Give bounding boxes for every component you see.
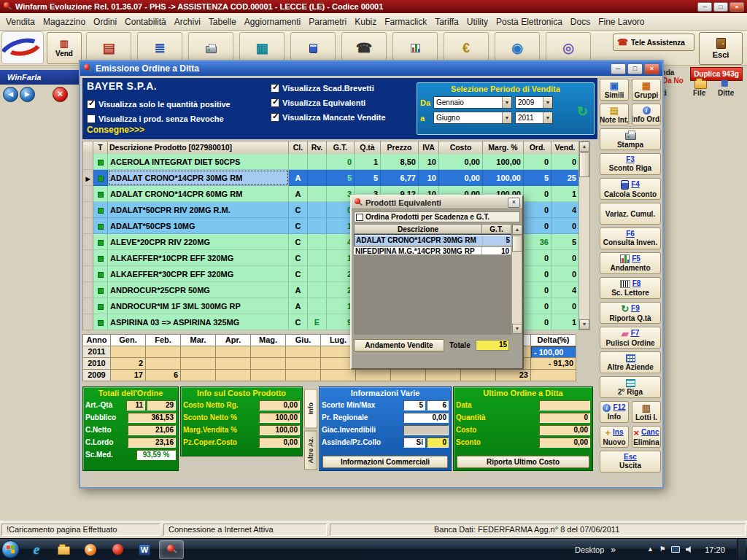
informazioni-commerciali-button[interactable]: Informazioni Commerciali (322, 456, 448, 468)
menu-item-magazzino[interactable]: Magazzino (43, 17, 85, 27)
side-button-uscita[interactable]: EscUscita (600, 451, 661, 472)
order-by-expiry-checkbox[interactable]: Ordina Prodotti per Scadenza e G.T. (354, 211, 520, 222)
file-label[interactable]: File (693, 89, 705, 97)
field-value: 0,00 (539, 425, 590, 435)
dialog-titlebar[interactable]: Emissione Ordine a Ditta ─ □ × (80, 61, 662, 76)
menu-item-kubiz[interactable]: Kubiz (355, 17, 376, 27)
taskbar-winfarm-button[interactable] (159, 540, 184, 559)
side-button-calcola-sconto[interactable]: F4Calcola Sconto (600, 178, 661, 200)
checkbox-visualizza-scad-brevetti[interactable]: Visualizza Scad.Brevetti (271, 82, 386, 94)
popup-scrollbar[interactable] (511, 224, 522, 335)
checkbox-visualizza-equivalenti[interactable]: Visualizza Equivalenti (271, 97, 386, 109)
start-button[interactable] (1, 540, 20, 559)
tab-info[interactable]: Info (304, 389, 317, 429)
riporta-ultimo-costo-button[interactable]: Riporta Ultimo Costo (457, 456, 589, 468)
nav-close-button[interactable]: × (53, 87, 68, 102)
period-year-select[interactable]: 2009 (515, 96, 553, 109)
show-desktop-button[interactable] (737, 539, 746, 560)
product-row[interactable]: ACEROLA INTEGRAT DIET 50CPS018,50100,001… (83, 154, 578, 170)
side-button-2-riga[interactable]: 2° Riga (600, 376, 661, 398)
period-month-select[interactable]: Giugno (433, 112, 512, 124)
side-button-pulisci-ordine[interactable]: ▰F7Pulisci Ordine (600, 327, 661, 349)
taskbar-folder-button[interactable] (51, 540, 76, 559)
tele-assistenza-button[interactable]: ☎ Tele Assistenza (613, 34, 694, 51)
taskbar-word-button[interactable]: W (132, 540, 157, 559)
side-button-sc-lettore[interactable]: F8Sc. Lettore (600, 277, 661, 299)
side-button-info[interactable]: iF12Info (600, 401, 629, 423)
menu-item-ordini[interactable]: Ordini (93, 17, 117, 27)
period-month-select[interactable]: Gennaio (433, 96, 512, 109)
side-button-sconto-riga[interactable]: F3Sconto Riga (600, 153, 661, 175)
scroll-up-icon[interactable] (512, 225, 522, 235)
tray-network-icon[interactable] (671, 546, 680, 553)
refresh-icon[interactable]: ↻ (577, 104, 588, 120)
checkbox-visualizza-solo-le-quantit-positive[interactable]: Visualizza solo le quantità positive (87, 98, 231, 110)
checkbox-visualizza-mancate-vendite[interactable]: Visualizza Mancate Vendite (271, 112, 386, 123)
scroll-thumb[interactable] (512, 236, 522, 252)
side-button-variaz-cumul[interactable]: Variaz. Cumul. (600, 203, 661, 225)
year-row[interactable]: 200917623 (83, 370, 576, 381)
tray-hidden-icons-icon[interactable]: ▲ (647, 546, 654, 553)
side-button-gruppi[interactable]: ▦Gruppi (632, 79, 661, 101)
menu-item-fine-lavoro[interactable]: Fine Lavoro (598, 17, 644, 27)
andamento-vendite-button[interactable]: Andamento Vendite (354, 339, 444, 351)
taskbar-ie-button[interactable]: e (24, 540, 49, 559)
button-label: Nuovo (603, 438, 625, 446)
dialog-minimize-button[interactable]: ─ (611, 63, 626, 74)
menu-item-tabelle[interactable]: Tabelle (209, 17, 236, 27)
side-button-stampa[interactable]: Stampa (600, 128, 661, 150)
scroll-up-icon[interactable] (579, 141, 589, 152)
scroll-thumb[interactable] (579, 152, 589, 177)
menu-item-contabilit[interactable]: Contabilità (125, 17, 166, 27)
side-button-nuovo[interactable]: +InsNuovo (600, 426, 629, 448)
period-year-select[interactable]: 2011 (515, 112, 553, 124)
grid-scrollbar[interactable] (578, 141, 590, 330)
taskbar-media-player-button[interactable]: ▶ (78, 540, 103, 559)
month-cell (216, 370, 251, 381)
minimize-button[interactable]: ─ (697, 2, 712, 12)
close-button[interactable]: × (729, 2, 744, 12)
side-button-info-ord[interactable]: iInfo Ord. (632, 104, 661, 125)
popup-titlebar[interactable]: Prodotti Equivalenti × (352, 196, 522, 209)
side-button-lotti-i[interactable]: ▥Lotti I. (632, 401, 661, 423)
menu-item-tariffa[interactable]: Tariffa (435, 17, 458, 27)
menu-item-parametri[interactable]: Parametri (309, 17, 347, 27)
tab-altre-az[interactable]: Altre Az. (304, 431, 317, 470)
side-button-riporta-q-t[interactable]: ↻F9Riporta Q.tà (600, 302, 661, 324)
menu-item-utility[interactable]: Utility (467, 17, 488, 27)
nav-forward-button[interactable]: ▶ (20, 87, 35, 102)
clock[interactable]: 17:20 (700, 545, 730, 554)
menu-item-archivi[interactable]: Archivi (174, 17, 201, 27)
side-button-elimina[interactable]: ×CancElimina (632, 426, 661, 448)
chevron-icon[interactable]: » (611, 545, 616, 555)
scroll-down-icon[interactable] (512, 324, 522, 334)
desktop-toolbar-label[interactable]: Desktop (575, 545, 604, 554)
tray-flag-icon[interactable]: ⚑ (659, 546, 665, 553)
menu-item-vendita[interactable]: Vendita (6, 17, 35, 27)
checkbox-visualizza-i-prod-senza-revoche[interactable]: Visualizza i prod. senza Revoche (87, 113, 231, 125)
menu-item-docs[interactable]: Docs (570, 17, 590, 27)
side-button-simili[interactable]: ▣Simili (600, 79, 629, 101)
side-button-altre-aziende[interactable]: Altre Aziende (600, 351, 661, 373)
product-row[interactable]: ADALAT CRONO*14CPR 30MG RMA556,77100,001… (83, 170, 578, 186)
esci-button[interactable]: Esci (699, 32, 743, 65)
consegne-label[interactable]: Consegne>>> (87, 125, 144, 135)
equivalent-row[interactable]: ADALAT CRONO*14CPR 30MG RM5 (354, 234, 511, 246)
scroll-down-icon[interactable] (579, 319, 589, 330)
side-button-consulta-inven[interactable]: F6Consulta Inven. (600, 228, 661, 249)
nav-back-button[interactable]: ◀ (3, 87, 18, 102)
menu-item-posta-elettronica[interactable]: Posta Elettronica (496, 17, 562, 27)
side-button-andamento[interactable]: F5Andamento (600, 252, 661, 274)
dialog-maximize-button[interactable]: □ (627, 63, 643, 74)
tray-volume-icon[interactable] (686, 546, 693, 553)
chevron-down-icon (502, 112, 511, 123)
popup-close-button[interactable]: × (508, 198, 520, 208)
ditte-label[interactable]: Ditte (718, 89, 734, 97)
menu-item-farmaclick[interactable]: Farmaclick (384, 17, 427, 27)
dialog-close-button[interactable]: × (644, 63, 659, 74)
vendita-toolbar-button[interactable]: ▥ Vend (47, 32, 82, 64)
side-button-note-int[interactable]: ▤Note Int. (600, 104, 629, 125)
menu-item-aggiornamenti[interactable]: Aggiornamenti (244, 17, 301, 27)
maximize-button[interactable]: □ (713, 2, 728, 12)
taskbar-app-red-button[interactable] (105, 540, 130, 559)
